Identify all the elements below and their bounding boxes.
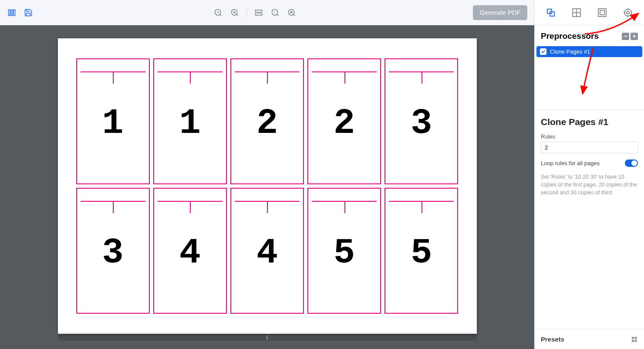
preprocessor-item-label: Clone Pages #1	[550, 48, 590, 55]
page-indicator: 1	[58, 334, 477, 341]
svg-line-13	[277, 14, 279, 16]
svg-text:1: 1	[274, 10, 276, 14]
tab-layout-grid-icon[interactable]	[570, 7, 583, 19]
detail-title: Clone Pages #1	[541, 117, 638, 127]
columns-icon[interactable]	[7, 8, 17, 17]
svg-point-26	[624, 9, 631, 16]
card-slot: 4	[153, 188, 227, 314]
svg-line-4	[220, 14, 222, 16]
card-slot: 5	[307, 188, 381, 314]
preprocessor-list-item[interactable]: Clone Pages #1	[536, 46, 642, 57]
generate-pdf-button[interactable]: Generate PDF	[473, 5, 528, 20]
svg-rect-24	[598, 9, 606, 17]
canvas-viewport[interactable]: 1 1 2 2 3 3 4 4 5 5 1	[0, 25, 534, 349]
card-slot: 3	[384, 58, 458, 184]
presets-label[interactable]: Presets	[541, 335, 564, 343]
save-icon[interactable]	[24, 8, 33, 17]
svg-rect-1	[11, 10, 12, 15]
card-slot: 2	[230, 58, 304, 184]
zoom-in-icon[interactable]	[230, 8, 239, 17]
rules-input[interactable]	[541, 142, 638, 153]
imposition-sheet: 1 1 2 2 3 3 4 4 5 5	[58, 38, 477, 334]
zoom-out-icon[interactable]	[213, 8, 223, 17]
rules-label: Rules	[541, 133, 638, 140]
svg-line-7	[236, 14, 238, 16]
separator	[246, 8, 247, 17]
svg-point-27	[627, 11, 629, 14]
svg-rect-25	[600, 10, 604, 15]
right-panel: Preprocessors − + Clone Pages #1 Clone	[534, 0, 644, 349]
add-preprocessor-button[interactable]: +	[631, 33, 638, 40]
card-slot: 3	[76, 188, 150, 314]
svg-rect-35	[635, 339, 637, 342]
card-slot: 4	[230, 188, 304, 314]
rules-hint: Set 'Rules' to '10 20 30' to have 10 cop…	[541, 173, 638, 197]
top-toolbar: 1 Generate PDF	[0, 0, 534, 25]
checkbox-checked-icon[interactable]	[540, 48, 546, 55]
presets-grid-icon[interactable]	[631, 336, 638, 343]
card-slot: 1	[153, 58, 227, 184]
tab-registration-icon[interactable]	[622, 7, 634, 19]
card-slot: 2	[307, 58, 381, 184]
fit-width-icon[interactable]	[254, 8, 263, 17]
section-title: Preprocessors	[541, 31, 620, 41]
svg-rect-2	[13, 10, 15, 15]
svg-rect-34	[632, 339, 634, 342]
tab-preprocessors-icon[interactable]	[545, 7, 557, 19]
svg-line-16	[293, 14, 295, 16]
tab-margins-icon[interactable]	[596, 7, 608, 19]
svg-rect-0	[9, 10, 10, 15]
zoom-reset-icon[interactable]	[287, 8, 297, 17]
loop-rules-label: Loop rules for all pages	[541, 160, 600, 166]
card-slot: 1	[76, 58, 150, 184]
zoom-actual-icon[interactable]: 1	[270, 8, 280, 17]
loop-rules-toggle[interactable]	[625, 159, 638, 167]
card-slot: 5	[384, 188, 458, 314]
svg-rect-32	[632, 337, 634, 339]
remove-preprocessor-button[interactable]: −	[622, 33, 629, 40]
svg-rect-33	[635, 337, 637, 339]
